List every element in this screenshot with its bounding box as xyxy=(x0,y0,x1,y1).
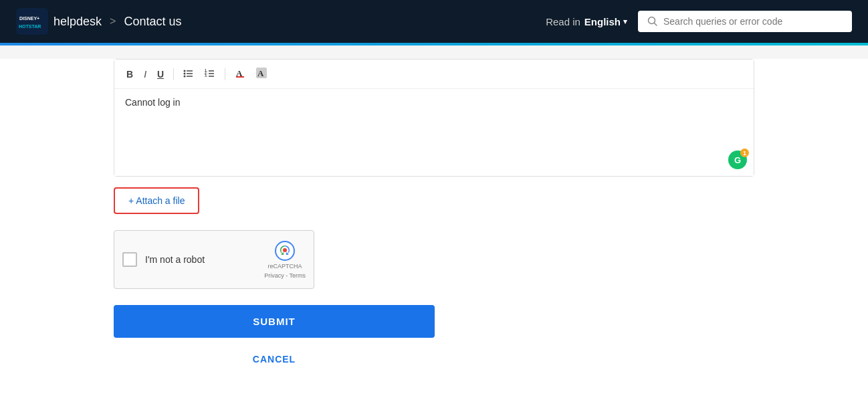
svg-rect-0 xyxy=(16,8,48,35)
submit-button[interactable]: SUBMIT xyxy=(114,305,435,338)
svg-rect-18 xyxy=(236,76,244,78)
search-input[interactable] xyxy=(663,16,843,27)
chevron-down-icon: ▾ xyxy=(623,17,627,26)
bold-button[interactable]: B xyxy=(122,67,137,82)
italic-button[interactable]: I xyxy=(140,67,150,82)
read-in-label: Read in xyxy=(546,16,580,27)
accent-bar xyxy=(0,43,868,45)
breadcrumb-separator: > xyxy=(110,15,116,27)
svg-text:3.: 3. xyxy=(205,74,208,78)
header: DISNEY+ HOTSTAR helpdesk > Contact us Re… xyxy=(0,0,868,43)
attach-file-button[interactable]: + Attach a file xyxy=(114,187,199,214)
svg-point-7 xyxy=(184,72,186,74)
grammarly-badge[interactable]: G 1 xyxy=(728,150,747,169)
logo-icon: DISNEY+ HOTSTAR xyxy=(16,8,48,35)
editor-body[interactable]: Cannot log in G 1 xyxy=(114,89,754,176)
svg-line-4 xyxy=(655,23,657,26)
recaptcha-links: Privacy - Terms xyxy=(264,272,306,279)
read-in-area: Read in English ▾ xyxy=(546,16,627,27)
svg-text:A: A xyxy=(257,68,264,78)
recaptcha-logo-area: reCAPTCHA Privacy - Terms xyxy=(264,240,306,279)
text-color-icon: A xyxy=(235,68,245,78)
recaptcha-container: I'm not a robot reCAPTCHA Privacy - Term… xyxy=(114,230,314,289)
underline-button[interactable]: U xyxy=(153,67,168,82)
logo-area: DISNEY+ HOTSTAR helpdesk > Contact us xyxy=(16,8,181,35)
recaptcha-brand: reCAPTCHA xyxy=(268,263,302,271)
text-color-button[interactable]: A xyxy=(231,65,249,83)
editor-container: B I U 1. 2. 3. xyxy=(114,59,754,177)
editor-text: Cannot log in xyxy=(125,97,743,108)
svg-point-5 xyxy=(184,70,186,72)
highlight-button[interactable]: A xyxy=(252,65,271,83)
contact-us-label: Contact us xyxy=(124,15,181,29)
header-right: Read in English ▾ xyxy=(546,11,852,32)
grammarly-count: 1 xyxy=(740,148,749,157)
grammarly-g-icon: G xyxy=(734,155,741,165)
svg-point-9 xyxy=(184,75,186,77)
bullet-list-button[interactable] xyxy=(179,66,198,83)
bullet-list-icon xyxy=(183,68,194,79)
recaptcha-checkbox[interactable] xyxy=(122,252,137,267)
toolbar-divider-2 xyxy=(225,68,225,80)
recaptcha-logo-icon xyxy=(274,240,296,262)
highlight-icon: A xyxy=(256,68,267,78)
svg-text:DISNEY+: DISNEY+ xyxy=(19,16,39,21)
svg-text:HOTSTAR: HOTSTAR xyxy=(19,24,41,29)
search-icon xyxy=(647,16,658,27)
recaptcha-label: I'm not a robot xyxy=(145,254,256,265)
main-content: B I U 1. 2. 3. xyxy=(0,59,868,402)
numbered-list-button[interactable]: 1. 2. 3. xyxy=(201,66,219,83)
editor-toolbar: B I U 1. 2. 3. xyxy=(114,60,754,89)
language-label: English xyxy=(584,16,621,27)
cancel-button[interactable]: CANCEL xyxy=(114,348,435,370)
language-selector[interactable]: English ▾ xyxy=(584,16,627,27)
helpdesk-label: helpdesk xyxy=(53,15,102,29)
search-box xyxy=(638,11,852,32)
svg-point-22 xyxy=(283,248,287,252)
toolbar-divider-1 xyxy=(173,68,174,80)
numbered-list-icon: 1. 2. 3. xyxy=(205,68,215,79)
